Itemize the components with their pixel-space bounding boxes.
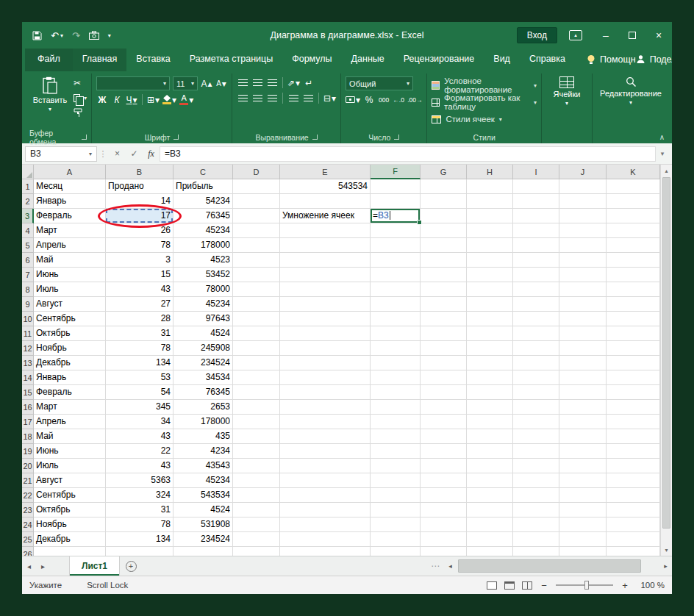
cell-D2[interactable] bbox=[233, 194, 280, 209]
row-header-25[interactable]: 25 bbox=[22, 532, 34, 547]
cell-D15[interactable] bbox=[233, 385, 280, 400]
row-header-22[interactable]: 22 bbox=[22, 488, 34, 503]
cell-C2[interactable]: 54234 bbox=[174, 194, 233, 209]
scroll-down-icon[interactable]: ▾ bbox=[661, 544, 672, 556]
cell-styles-button[interactable]: Стили ячеек▾ bbox=[432, 112, 537, 126]
row-header-10[interactable]: 10 bbox=[22, 312, 34, 326]
cell-C10[interactable]: 97643 bbox=[174, 312, 233, 326]
confirm-entry-button[interactable]: ✓ bbox=[126, 148, 143, 159]
cell-C6[interactable]: 4523 bbox=[174, 253, 233, 268]
cell-B24[interactable]: 78 bbox=[106, 517, 174, 532]
select-all-corner[interactable] bbox=[22, 165, 34, 179]
cell-E23[interactable] bbox=[280, 503, 371, 517]
cell-H11[interactable] bbox=[467, 326, 513, 341]
cell-C17[interactable]: 178000 bbox=[174, 415, 233, 429]
cell-H8[interactable] bbox=[467, 282, 513, 297]
cell-A24[interactable]: Ноябрь bbox=[34, 517, 106, 532]
cell-I4[interactable] bbox=[513, 223, 559, 238]
cell-A9[interactable]: Август bbox=[34, 297, 106, 312]
comma-style-button[interactable]: 000 bbox=[378, 93, 390, 106]
cell-H17[interactable] bbox=[467, 415, 513, 429]
merge-center-button[interactable]: ⊟▾ bbox=[323, 92, 336, 104]
cell-J6[interactable] bbox=[559, 253, 607, 268]
cell-G7[interactable] bbox=[421, 268, 467, 282]
cell-B22[interactable]: 324 bbox=[106, 488, 174, 503]
cell-D22[interactable] bbox=[233, 488, 280, 503]
previous-sheet-icon[interactable]: ◂ bbox=[22, 556, 36, 576]
zoom-slider[interactable] bbox=[556, 584, 613, 586]
cell-K9[interactable] bbox=[607, 297, 660, 312]
cell-F2[interactable] bbox=[371, 194, 421, 209]
cell-F20[interactable] bbox=[371, 459, 421, 473]
cell-E17[interactable] bbox=[280, 415, 371, 429]
column-header-J[interactable]: J bbox=[559, 165, 607, 179]
cell-F15[interactable] bbox=[371, 385, 421, 400]
cell-F13[interactable] bbox=[371, 356, 421, 370]
cell-D23[interactable] bbox=[233, 503, 280, 517]
cell-F24[interactable] bbox=[371, 517, 421, 532]
cell-C12[interactable]: 245908 bbox=[174, 341, 233, 356]
cell-I16[interactable] bbox=[513, 400, 559, 415]
cell-D26[interactable] bbox=[233, 547, 280, 556]
scroll-right-icon[interactable]: ▸ bbox=[659, 556, 672, 576]
cell-E3[interactable]: Умножение ячеек bbox=[280, 209, 371, 223]
cell-K14[interactable] bbox=[607, 370, 660, 385]
row-header-5[interactable]: 5 bbox=[22, 238, 34, 253]
column-header-E[interactable]: E bbox=[280, 165, 371, 179]
cell-E15[interactable] bbox=[280, 385, 371, 400]
cell-E4[interactable] bbox=[280, 223, 371, 238]
row-header-11[interactable]: 11 bbox=[22, 326, 34, 341]
dialog-launcher-icon[interactable] bbox=[174, 135, 179, 140]
cell-G18[interactable] bbox=[421, 429, 467, 444]
cell-H6[interactable] bbox=[467, 253, 513, 268]
cut-button[interactable]: ✂ bbox=[74, 77, 87, 89]
cell-I6[interactable] bbox=[513, 253, 559, 268]
dialog-launcher-icon[interactable] bbox=[312, 135, 318, 140]
cell-F7[interactable] bbox=[371, 268, 421, 282]
cell-I1[interactable] bbox=[513, 179, 559, 194]
number-format-combo[interactable]: Общий▾ bbox=[346, 76, 413, 90]
shrink-font-button[interactable]: А▾ bbox=[215, 77, 227, 90]
cell-I9[interactable] bbox=[513, 297, 559, 312]
cell-C4[interactable]: 45234 bbox=[174, 223, 233, 238]
cancel-entry-button[interactable]: × bbox=[109, 148, 126, 159]
cell-H5[interactable] bbox=[467, 238, 513, 253]
cell-J26[interactable] bbox=[559, 547, 607, 556]
increase-decimal-button[interactable]: ←.0 bbox=[393, 93, 404, 106]
column-header-I[interactable]: I bbox=[513, 165, 559, 179]
cell-C22[interactable]: 543534 bbox=[174, 488, 233, 503]
cell-F25[interactable] bbox=[371, 532, 421, 547]
cell-A16[interactable]: Март bbox=[34, 400, 106, 415]
cell-K10[interactable] bbox=[607, 312, 660, 326]
cell-C14[interactable]: 34534 bbox=[174, 370, 233, 385]
cell-C25[interactable]: 234524 bbox=[174, 532, 233, 547]
cell-H18[interactable] bbox=[467, 429, 513, 444]
dialog-launcher-icon[interactable] bbox=[394, 135, 399, 140]
cell-C21[interactable]: 45234 bbox=[174, 473, 233, 488]
cell-H26[interactable] bbox=[467, 547, 513, 556]
cell-A21[interactable]: Август bbox=[34, 473, 106, 488]
format-painter-button[interactable] bbox=[74, 107, 87, 118]
cell-B14[interactable]: 53 bbox=[106, 370, 174, 385]
cell-K7[interactable] bbox=[607, 268, 660, 282]
fill-color-button[interactable]: ▾ bbox=[162, 93, 176, 106]
cell-F17[interactable] bbox=[371, 415, 421, 429]
cell-I25[interactable] bbox=[513, 532, 559, 547]
cell-A18[interactable]: Май bbox=[34, 429, 106, 444]
cell-G25[interactable] bbox=[421, 532, 467, 547]
undo-button[interactable]: ↶▾ bbox=[51, 30, 63, 41]
cell-E5[interactable] bbox=[280, 238, 371, 253]
row-header-16[interactable]: 16 bbox=[22, 400, 34, 415]
cell-K16[interactable] bbox=[607, 400, 660, 415]
cell-E16[interactable] bbox=[280, 400, 371, 415]
editing-button[interactable]: Редактирование ▾ bbox=[597, 74, 665, 143]
cell-B2[interactable]: 14 bbox=[106, 194, 174, 209]
bold-button[interactable]: Ж bbox=[96, 93, 108, 106]
cell-E1[interactable]: 543534 bbox=[280, 179, 371, 194]
cell-E9[interactable] bbox=[280, 297, 371, 312]
cell-K21[interactable] bbox=[607, 473, 660, 488]
cell-H16[interactable] bbox=[467, 400, 513, 415]
cell-J20[interactable] bbox=[559, 459, 607, 473]
cell-H10[interactable] bbox=[467, 312, 513, 326]
row-header-21[interactable]: 21 bbox=[22, 473, 34, 488]
